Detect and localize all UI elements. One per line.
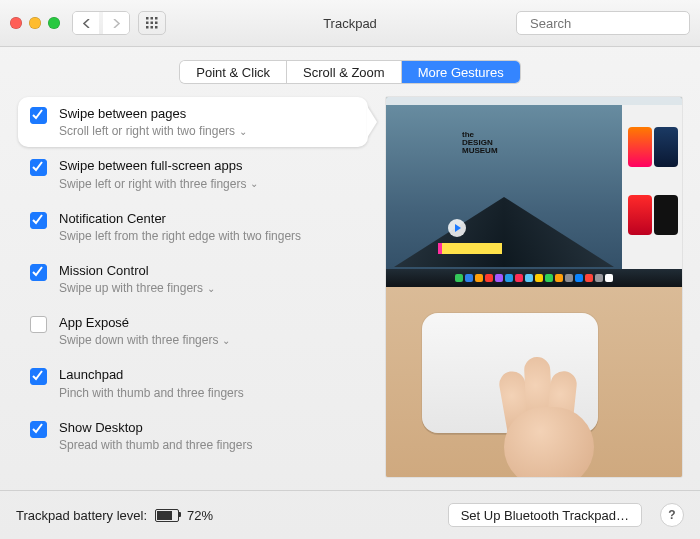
trackpad-prefs-window: Trackpad Point & Click Scroll & Zoom Mor… <box>0 0 700 539</box>
preview-menubar <box>386 97 682 105</box>
option-title: Swipe between full-screen apps <box>59 158 258 174</box>
svg-rect-6 <box>146 26 149 29</box>
chevron-down-icon: ⌄ <box>250 178 258 189</box>
option-title: Launchpad <box>59 367 244 383</box>
option-desc[interactable]: Swipe down with three fingers⌄ <box>59 333 230 347</box>
preview-desktop: the DESIGN MUSEUM <box>386 97 682 287</box>
setup-bluetooth-trackpad-button[interactable]: Set Up Bluetooth Trackpad… <box>448 503 642 527</box>
option-launchpad[interactable]: LaunchpadPinch with thumb and three fing… <box>18 358 368 408</box>
dock-app-icon <box>475 274 483 282</box>
option-desc[interactable]: Swipe up with three fingers⌄ <box>59 281 215 295</box>
option-mission[interactable]: Mission ControlSwipe up with three finge… <box>18 254 368 304</box>
svg-rect-0 <box>146 17 149 20</box>
svg-rect-3 <box>146 22 149 25</box>
play-icon <box>448 219 466 237</box>
dock-app-icon <box>545 274 553 282</box>
dock-app-icon <box>465 274 473 282</box>
checkbox-swipe-apps[interactable] <box>30 159 47 176</box>
option-title: App Exposé <box>59 315 230 331</box>
dock-app-icon <box>535 274 543 282</box>
checkbox-notif[interactable] <box>30 212 47 229</box>
nav-forward-button[interactable] <box>103 12 129 34</box>
checkbox-swipe-pages[interactable] <box>30 107 47 124</box>
dock-app-icon <box>575 274 583 282</box>
option-swipe-apps[interactable]: Swipe between full-screen appsSwipe left… <box>18 149 368 199</box>
gesture-options-list: Swipe between pagesScroll left or right … <box>18 97 368 482</box>
tab-point-click[interactable]: Point & Click <box>180 61 287 83</box>
nav-back-button[interactable] <box>73 12 99 34</box>
preview-hand <box>504 353 614 473</box>
dock-app-icon <box>495 274 503 282</box>
preview-dock <box>386 269 682 287</box>
titlebar: Trackpad <box>0 0 700 47</box>
dock-app-icon <box>605 274 613 282</box>
svg-rect-8 <box>155 26 158 29</box>
close-window-button[interactable] <box>10 17 22 29</box>
dock-app-icon <box>585 274 593 282</box>
chevron-left-icon <box>82 19 91 28</box>
nav-back-forward <box>72 11 130 35</box>
option-expose[interactable]: App ExposéSwipe down with three fingers⌄ <box>18 306 368 356</box>
tab-more-gestures[interactable]: More Gestures <box>402 61 520 83</box>
help-button[interactable]: ? <box>660 503 684 527</box>
chevron-down-icon: ⌄ <box>222 335 230 346</box>
option-desc: Swipe left from the right edge with two … <box>59 229 301 243</box>
search-field[interactable] <box>516 11 690 35</box>
gesture-preview: the DESIGN MUSEUM <box>386 97 682 477</box>
design-museum-label: the DESIGN MUSEUM <box>462 131 498 155</box>
minimize-window-button[interactable] <box>29 17 41 29</box>
option-title: Swipe between pages <box>59 106 247 122</box>
option-desc[interactable]: Swipe left or right with three fingers⌄ <box>59 177 258 191</box>
svg-rect-2 <box>155 17 158 20</box>
tab-bar: Point & Click Scroll & Zoom More Gesture… <box>0 61 700 83</box>
battery-label: Trackpad battery level: <box>16 508 147 523</box>
grid-icon <box>146 17 158 29</box>
checkbox-desktop[interactable] <box>30 421 47 438</box>
show-all-prefs-button[interactable] <box>138 11 166 35</box>
checkbox-mission[interactable] <box>30 264 47 281</box>
dock-app-icon <box>515 274 523 282</box>
option-title: Notification Center <box>59 211 301 227</box>
battery-percent: 72% <box>187 508 213 523</box>
option-swipe-pages[interactable]: Swipe between pagesScroll left or right … <box>18 97 368 147</box>
option-desktop[interactable]: Show DesktopSpread with thumb and three … <box>18 411 368 461</box>
option-desc: Pinch with thumb and three fingers <box>59 386 244 400</box>
option-title: Show Desktop <box>59 420 252 436</box>
zoom-window-button[interactable] <box>48 17 60 29</box>
tab-scroll-zoom[interactable]: Scroll & Zoom <box>287 61 402 83</box>
window-controls <box>10 17 60 29</box>
chevron-down-icon: ⌄ <box>207 283 215 294</box>
preview-artwork <box>394 157 614 267</box>
svg-rect-7 <box>151 26 154 29</box>
checkbox-launchpad[interactable] <box>30 368 47 385</box>
option-notif[interactable]: Notification CenterSwipe left from the r… <box>18 202 368 252</box>
option-desc[interactable]: Scroll left or right with two fingers⌄ <box>59 124 247 138</box>
checkbox-expose[interactable] <box>30 316 47 333</box>
battery-icon <box>155 509 179 522</box>
search-input[interactable] <box>528 15 700 32</box>
chevron-right-icon <box>112 19 121 28</box>
dock-app-icon <box>485 274 493 282</box>
dock-app-icon <box>505 274 513 282</box>
option-title: Mission Control <box>59 263 215 279</box>
dock-app-icon <box>565 274 573 282</box>
option-desc: Spread with thumb and three fingers <box>59 438 252 452</box>
dock-app-icon <box>525 274 533 282</box>
chevron-down-icon: ⌄ <box>239 126 247 137</box>
dock-app-icon <box>455 274 463 282</box>
dock-app-icon <box>595 274 603 282</box>
dock-app-icon <box>555 274 563 282</box>
svg-rect-1 <box>151 17 154 20</box>
svg-rect-4 <box>151 22 154 25</box>
preview-highlight <box>438 243 502 254</box>
preview-sidebar <box>622 105 682 269</box>
svg-rect-5 <box>155 22 158 25</box>
footer: Trackpad battery level: 72% Set Up Bluet… <box>0 491 700 539</box>
